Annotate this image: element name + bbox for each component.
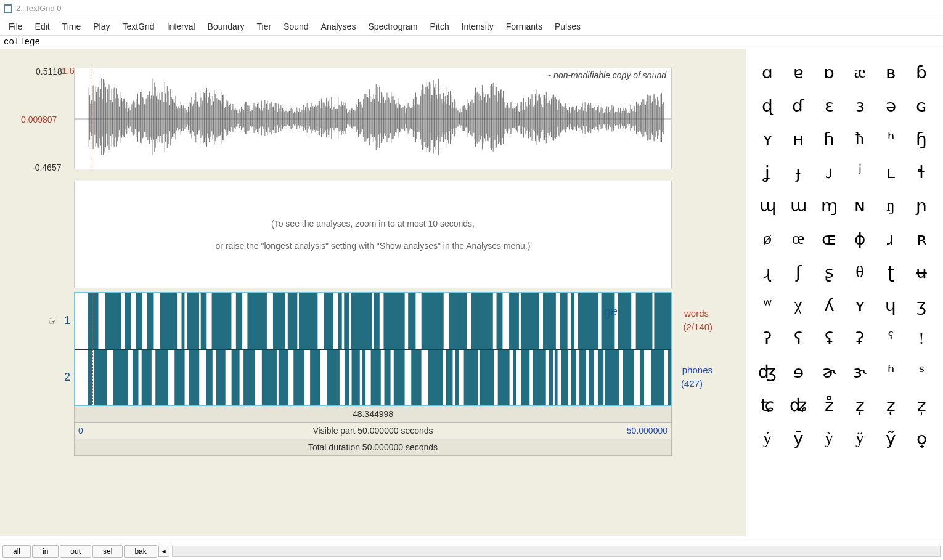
ipa-char-20[interactable]: ᴊ <box>814 155 844 189</box>
ipa-char-49[interactable]: ʕ <box>783 322 814 355</box>
ipa-char-7[interactable]: ɗ <box>783 89 814 122</box>
ipa-char-46[interactable]: ɥ <box>875 288 906 322</box>
ipa-char-12[interactable]: ʏ <box>752 122 783 155</box>
ipa-char-70[interactable]: ỹ <box>875 421 906 455</box>
ipa-char-60[interactable]: ʨ <box>752 388 783 421</box>
visible-strip[interactable]: 0 Visible part 50.000000 seconds 50.0000… <box>74 423 672 439</box>
ipa-char-62[interactable]: z̊ <box>814 388 844 421</box>
tier2-row[interactable] <box>75 350 671 406</box>
ipa-char-10[interactable]: ə <box>875 89 906 122</box>
ipa-char-48[interactable]: ʔ <box>752 322 783 355</box>
ipa-char-16[interactable]: ʰ <box>875 122 906 155</box>
ipa-char-13[interactable]: ʜ <box>783 122 814 155</box>
ipa-char-35[interactable]: ʀ <box>906 222 937 255</box>
ipa-char-58[interactable]: ʱ <box>875 355 906 388</box>
ipa-char-17[interactable]: ɧ <box>906 122 937 155</box>
ipa-char-61[interactable]: ʥ <box>783 388 814 421</box>
ipa-char-1[interactable]: ɐ <box>783 55 814 89</box>
menu-textgrid[interactable]: TextGrid <box>116 19 161 34</box>
ipa-char-3[interactable]: æ <box>844 55 875 89</box>
ipa-char-11[interactable]: ɢ <box>906 89 937 122</box>
ipa-char-36[interactable]: ɻ <box>752 255 783 288</box>
ipa-char-30[interactable]: ø <box>752 222 783 255</box>
ipa-char-66[interactable]: ý <box>752 421 783 455</box>
ipa-char-23[interactable]: ɬ <box>906 155 937 189</box>
ipa-char-18[interactable]: ʝ <box>752 155 783 189</box>
ipa-char-50[interactable]: ʢ <box>814 322 844 355</box>
menu-analyses[interactable]: Analyses <box>315 19 362 34</box>
ipa-char-21[interactable]: ʲ <box>844 155 875 189</box>
ipa-char-31[interactable]: œ <box>783 222 814 255</box>
ipa-char-6[interactable]: ɖ <box>752 89 783 122</box>
ipa-char-8[interactable]: ɛ <box>814 89 844 122</box>
ipa-char-29[interactable]: ɲ <box>906 189 937 222</box>
selection-strip[interactable]: 48.344998 <box>74 406 672 423</box>
ipa-char-67[interactable]: ȳ <box>783 421 814 455</box>
menu-pitch[interactable]: Pitch <box>424 19 455 34</box>
zoom-sel-button[interactable]: sel <box>92 545 123 558</box>
ipa-char-65[interactable]: z̩ <box>906 388 937 421</box>
waveform-panel[interactable]: ~ non-modifiable copy of sound <box>74 68 672 169</box>
ipa-char-32[interactable]: ɶ <box>814 222 844 255</box>
menu-interval[interactable]: Interval <box>161 19 202 34</box>
ipa-char-41[interactable]: ʉ <box>906 255 937 288</box>
menu-boundary[interactable]: Boundary <box>202 19 251 34</box>
ipa-char-22[interactable]: ʟ <box>875 155 906 189</box>
ipa-char-26[interactable]: ɱ <box>814 189 844 222</box>
ipa-char-0[interactable]: ɑ <box>752 55 783 89</box>
ipa-char-43[interactable]: χ <box>783 288 814 322</box>
ipa-char-64[interactable]: z̜ <box>875 388 906 421</box>
menu-sound[interactable]: Sound <box>277 19 314 34</box>
ipa-char-19[interactable]: ɟ <box>783 155 814 189</box>
ipa-char-52[interactable]: ˤ <box>875 322 906 355</box>
menu-file[interactable]: File <box>2 19 29 34</box>
ipa-char-4[interactable]: ʙ <box>875 55 906 89</box>
ipa-char-59[interactable]: ˢ <box>906 355 937 388</box>
ipa-char-34[interactable]: ɹ <box>875 222 906 255</box>
tier1-row[interactable]: ge <box>75 293 671 350</box>
ipa-char-53[interactable]: ! <box>906 322 937 355</box>
menu-play[interactable]: Play <box>87 19 116 34</box>
scroll-left-icon[interactable]: ◄ <box>158 546 169 557</box>
ipa-char-25[interactable]: ɯ <box>783 189 814 222</box>
ipa-char-24[interactable]: ɰ <box>752 189 783 222</box>
menu-tier[interactable]: Tier <box>251 19 278 34</box>
ipa-char-28[interactable]: ŋ <box>875 189 906 222</box>
ipa-char-42[interactable]: ʷ <box>752 288 783 322</box>
zoom-bak-button[interactable]: bak <box>124 545 157 558</box>
ipa-char-33[interactable]: ɸ <box>844 222 875 255</box>
ipa-char-40[interactable]: ʈ <box>875 255 906 288</box>
menu-intensity[interactable]: Intensity <box>455 19 500 34</box>
ipa-char-38[interactable]: ʂ <box>814 255 844 288</box>
menu-formants[interactable]: Formants <box>500 19 549 34</box>
ipa-char-55[interactable]: ɘ <box>783 355 814 388</box>
total-strip[interactable]: Total duration 50.000000 seconds <box>74 439 672 456</box>
ipa-char-71[interactable]: o̟ <box>906 421 937 455</box>
zoom-in-button[interactable]: in <box>32 545 59 558</box>
ipa-char-44[interactable]: ʎ <box>814 288 844 322</box>
ipa-char-45[interactable]: ʏ <box>844 288 875 322</box>
menu-time[interactable]: Time <box>56 19 88 34</box>
ipa-char-56[interactable]: ɚ <box>814 355 844 388</box>
ipa-char-39[interactable]: θ <box>844 255 875 288</box>
ipa-char-27[interactable]: ɴ <box>844 189 875 222</box>
ipa-char-57[interactable]: ɝ <box>844 355 875 388</box>
ipa-char-37[interactable]: ʃ <box>783 255 814 288</box>
horizontal-scrollbar[interactable] <box>172 546 941 557</box>
menu-pulses[interactable]: Pulses <box>549 19 587 34</box>
ipa-char-63[interactable]: z̜ <box>844 388 875 421</box>
ipa-char-47[interactable]: ʒ <box>906 288 937 322</box>
ipa-char-5[interactable]: ɓ <box>906 55 937 89</box>
ipa-char-2[interactable]: ɒ <box>814 55 844 89</box>
ipa-char-51[interactable]: ʡ <box>844 322 875 355</box>
interval-text-input[interactable]: college <box>0 36 943 49</box>
analysis-panel[interactable]: (To see the analyses, zoom in to at most… <box>74 181 672 288</box>
textgrid-panel[interactable]: ge <box>74 292 672 406</box>
menu-spectrogram[interactable]: Spectrogram <box>362 19 423 34</box>
zoom-out-button[interactable]: out <box>60 545 91 558</box>
ipa-char-9[interactable]: ɜ <box>844 89 875 122</box>
menu-edit[interactable]: Edit <box>29 19 56 34</box>
zoom-all-button[interactable]: all <box>2 545 31 558</box>
ipa-char-69[interactable]: ÿ <box>844 421 875 455</box>
ipa-char-68[interactable]: ỳ <box>814 421 844 455</box>
